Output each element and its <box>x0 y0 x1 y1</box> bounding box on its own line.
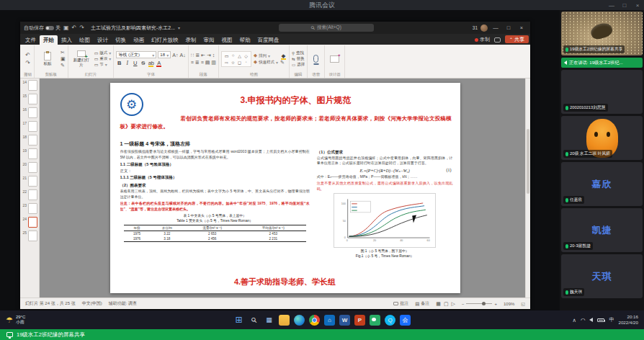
format-painter-icon[interactable]: ✎ <box>61 63 66 68</box>
comments-badge[interactable]: 31 <box>473 25 478 30</box>
ribbon-tab-11[interactable]: 帮助 <box>236 35 254 45</box>
align-center-icon[interactable]: ≣ <box>195 60 200 66</box>
file-explorer-icon[interactable] <box>279 315 290 326</box>
comments-button[interactable]: 批注 <box>393 300 408 307</box>
grow-font-icon[interactable]: A↑ <box>172 53 178 58</box>
align-right-icon[interactable]: ≡ <box>201 60 204 65</box>
ribbon-tab-0[interactable]: 文件 <box>22 35 40 45</box>
shape-fill-icon[interactable]: ◆ <box>280 53 287 59</box>
share-button[interactable]: ⌃共享 <box>505 35 529 43</box>
slides-item-1[interactable]: ▭重设▾ <box>94 56 112 61</box>
canvas-scrollbar[interactable] <box>525 79 530 298</box>
bullets-icon[interactable]: ∷ <box>191 53 194 58</box>
search-input[interactable]: ⚲ 搜索(Alt+Q) <box>279 24 374 32</box>
participant-tile-1[interactable]: 2002010213刘思慧 <box>561 70 643 114</box>
slides-item-2[interactable]: ▭节▾ <box>94 62 112 67</box>
designer-icon[interactable] <box>330 55 339 63</box>
ribbon-tab-12[interactable]: 百度网盘 <box>254 35 283 45</box>
minimize-icon[interactable]: — <box>605 2 618 9</box>
slide-thumbnail-25[interactable]: 25 <box>21 231 37 241</box>
slide-thumbnail-14[interactable]: 14 <box>21 80 37 91</box>
zoom-out-icon[interactable]: − <box>462 302 465 306</box>
participant-tile-3[interactable]: 嘉欣任嘉欣 <box>561 162 643 206</box>
ellipse-shape-icon[interactable]: ○ <box>232 53 235 58</box>
paste-button[interactable]: 粘贴 <box>37 52 58 66</box>
ribbon-tab-3[interactable]: 绘图 <box>76 35 94 45</box>
edit-item-1[interactable]: ⇆替换 <box>292 56 305 61</box>
slide-thumbnail-17[interactable]: 17 <box>21 121 37 132</box>
draw-button-0[interactable]: ◆排列▾ <box>254 53 278 58</box>
line-spacing-icon[interactable]: ↕ <box>213 53 215 58</box>
chrome-icon[interactable] <box>309 315 320 326</box>
notes-button[interactable]: ▤备注 <box>415 300 429 307</box>
arrow-shape-icon[interactable]: ⇨ <box>225 60 228 65</box>
slide-thumbnail-15[interactable]: 15 <box>21 94 37 104</box>
ribbon-tab-6[interactable]: 动画 <box>130 35 148 45</box>
participant-tile-4[interactable]: 凯捷20-3谢凯捷 <box>561 208 643 252</box>
triangle-shape-icon[interactable]: △ <box>238 53 241 58</box>
slide-thumbnail-18[interactable]: 18 <box>21 135 37 146</box>
dot-shape-icon[interactable]: ◦ <box>245 60 246 64</box>
ppt-close-icon[interactable]: × <box>516 24 527 31</box>
slide-thumbnail-22[interactable]: 22 <box>21 189 37 200</box>
comment-icon[interactable] <box>494 37 501 42</box>
word-icon[interactable]: W <box>339 315 350 326</box>
font-name-select[interactable]: 等线 (正文)▾ <box>116 51 156 58</box>
account-avatar[interactable] <box>480 24 488 32</box>
zoom-control[interactable]: − + <box>462 302 497 306</box>
slideshow-icon[interactable]: ▷ <box>452 301 455 307</box>
slide-thumbnail-16[interactable]: 16 <box>21 107 37 118</box>
task-view-icon[interactable]: ▦ <box>264 315 274 326</box>
accessibility-status[interactable]: 辅助功能: 调查 <box>109 300 137 307</box>
chevron-down-icon[interactable]: ▾ <box>178 25 180 30</box>
slide-thumbnail-24[interactable]: 24 <box>21 217 37 228</box>
rectangle-shape-icon[interactable]: ▭ <box>225 53 229 58</box>
zoom-percent[interactable]: 109% <box>504 302 514 306</box>
bold-icon[interactable]: B <box>116 60 122 66</box>
ribbon-tab-10[interactable]: 视图 <box>218 35 236 45</box>
qq-icon[interactable]: Q <box>385 315 395 326</box>
redo-button[interactable]: ↷ <box>25 60 30 66</box>
edit-item-2[interactable]: ▭选择 <box>292 62 305 67</box>
decrease-indent-icon[interactable]: ⇤ <box>201 53 205 58</box>
ribbon-tab-8[interactable]: 录制 <box>182 35 200 45</box>
draw-button-1[interactable]: ◆快速样式▾ <box>254 59 278 65</box>
scrollbar-thumb[interactable] <box>527 129 529 194</box>
ribbon-tab-2[interactable]: 插入 <box>58 35 76 45</box>
close-icon[interactable]: × <box>631 2 644 9</box>
slides-item-0[interactable]: ▭版式▾ <box>94 50 112 55</box>
ribbon-tab-7[interactable]: 幻灯片放映 <box>148 35 182 45</box>
maximize-icon[interactable]: □ <box>618 2 631 9</box>
ribbon-tab-4[interactable]: 设计 <box>94 35 112 45</box>
edge-icon[interactable]: e <box>294 315 305 326</box>
cut-icon[interactable]: ✂ <box>61 50 66 55</box>
columns-icon[interactable]: ▤ <box>205 60 210 66</box>
diamond-shape-icon[interactable]: ◇ <box>244 53 248 58</box>
dictate-mic-icon[interactable] <box>313 55 318 63</box>
slide-thumbnail-20[interactable]: 20 <box>21 162 37 173</box>
redo-icon[interactable]: ↷ <box>79 24 84 31</box>
zoom-in-icon[interactable]: + <box>494 302 497 306</box>
tray-chevron-icon[interactable]: ∧ <box>572 317 576 323</box>
underline-icon[interactable]: U <box>132 60 138 66</box>
square-shape-icon[interactable]: ◻ <box>238 60 241 65</box>
new-slide-button[interactable]: 新建幻灯片 <box>71 50 92 66</box>
ribbon-tab-5[interactable]: 切换 <box>112 35 130 45</box>
strikethrough-icon[interactable]: S <box>140 60 146 66</box>
normal-view-icon[interactable]: ▦ <box>436 301 441 307</box>
italic-icon[interactable]: I <box>124 60 130 66</box>
save-icon[interactable]: ▣ <box>63 24 69 31</box>
star-shape-icon[interactable]: ☆ <box>231 60 235 65</box>
shapes-gallery[interactable]: ▭ ○ △ ◇ ⇨ ☆ ◻ ◦ <box>221 51 251 67</box>
battery-icon[interactable] <box>597 318 604 322</box>
shape-outline-icon[interactable]: ✎ <box>280 60 287 66</box>
wifi-icon[interactable]: ◠ <box>581 317 586 323</box>
undo-icon[interactable]: ↶ <box>72 24 77 31</box>
edit-item-0[interactable]: ⚲查找 <box>292 50 305 55</box>
copy-icon[interactable]: ▣ <box>61 56 66 62</box>
slide-thumbnail-21[interactable]: 21 <box>21 176 37 187</box>
align-left-icon[interactable]: ≡ <box>191 60 194 65</box>
font-size-select[interactable]: 18▾ <box>158 51 171 58</box>
slide-thumbnail-19[interactable]: 19 <box>21 148 37 159</box>
ppt-restore-icon[interactable]: □ <box>504 24 514 31</box>
